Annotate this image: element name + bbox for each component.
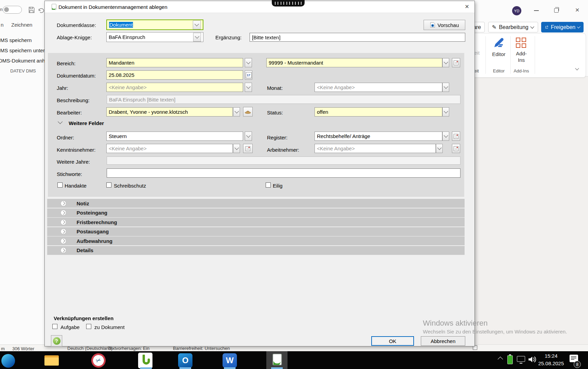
handakte-checkbox[interactable] <box>57 182 63 188</box>
ok-button[interactable]: OK <box>371 336 414 346</box>
arbeitnehmer-list-button[interactable] <box>452 144 460 153</box>
monat-combo[interactable]: <Keine Angabe> <box>315 83 442 92</box>
help-button[interactable]: ? <box>51 335 62 346</box>
clock-time[interactable]: 15:24 <box>537 353 565 359</box>
weitere-felder-heading[interactable]: Weitere Felder <box>69 120 104 126</box>
network-icon[interactable] <box>517 356 525 362</box>
dokumentdatum-calendar-button[interactable]: 17 <box>245 70 252 80</box>
minimize-icon[interactable] <box>534 10 539 11</box>
editor-label[interactable]: Editor <box>490 51 508 57</box>
ribbon-tab-partial[interactable]: n <box>1 22 3 28</box>
register-combo[interactable]: Rechtsbehelfe/ Anträge <box>315 132 442 141</box>
chevron-down-icon <box>530 25 534 28</box>
bereich-value: Mandanten <box>109 60 134 66</box>
status-dropdown-button[interactable] <box>442 107 449 117</box>
arbeitnehmer-combo[interactable]: <Keine Angabe> <box>315 144 436 153</box>
expand-chevron-icon[interactable] <box>61 210 66 216</box>
dropdown-chevron-icon[interactable] <box>193 20 201 29</box>
section-notiz[interactable]: Notiz <box>47 199 465 208</box>
menu-dms-speichern-unter[interactable]: DMS speichern unter <box>0 47 45 53</box>
bereich-combo[interactable]: Mandanten <box>106 58 243 67</box>
stichworte-input[interactable] <box>107 168 460 178</box>
status-accessibility[interactable]: Barrierefreiheit: Untersuchen <box>173 346 230 351</box>
close-window-icon[interactable]: ✕ <box>575 7 579 13</box>
kenntnisnehmer-dropdown-button[interactable] <box>233 144 240 153</box>
arbeitnehmer-dropdown-button[interactable] <box>436 144 443 153</box>
expand-chevron-icon[interactable] <box>61 201 66 206</box>
expand-chevron-icon[interactable] <box>61 229 66 234</box>
ablage-knigge-combo[interactable]: BaFA Einspruch <box>106 32 203 42</box>
dokumentdatum-input[interactable]: 25.08.2025 <box>106 70 243 80</box>
addins-icon[interactable] <box>516 38 526 48</box>
status-label: Status: <box>267 110 283 115</box>
vorschau-button[interactable]: Vorschau <box>424 20 465 30</box>
edge-icon[interactable] <box>1 354 15 368</box>
status-combo[interactable]: offen <box>315 107 442 117</box>
dialog-title-bar[interactable]: Dokument in Dokumentenmanagement ablegen… <box>45 1 475 13</box>
status-text-predictions[interactable]: Textvorhersagen: Ein <box>108 346 149 351</box>
menu-dms-speichern[interactable]: DMS speichern <box>0 37 32 43</box>
battery-icon[interactable] <box>507 355 513 364</box>
section-posteingang[interactable]: Posteingang <box>47 208 465 217</box>
kenntnisnehmer-combo[interactable]: <Keine Angabe> <box>106 144 233 153</box>
aufgabe-checkbox[interactable] <box>52 324 57 329</box>
addins-label-line2[interactable]: Ins <box>512 57 531 63</box>
register-dropdown-button[interactable] <box>442 132 449 141</box>
ergaenzung-input[interactable]: [Bitte texten] <box>250 33 465 42</box>
ordner-dropdown-button[interactable] <box>245 132 252 141</box>
undo-icon[interactable] <box>38 8 44 13</box>
avatar-initials: YD <box>514 9 519 13</box>
jahr-combo[interactable]: <Keine Angabe> <box>106 83 243 92</box>
section-postausgang[interactable]: Postausgang <box>47 227 465 236</box>
tray-overflow-chevron-icon[interactable] <box>498 357 503 362</box>
monat-dropdown-button[interactable] <box>442 83 449 92</box>
bearbeitung-button[interactable]: ✎ Bearbeitung <box>488 22 538 32</box>
outlook-icon[interactable]: O <box>178 353 192 368</box>
clock-date[interactable]: 25.08.2025 <box>534 360 568 366</box>
ribbon-separator <box>535 36 535 74</box>
bearbeiter-dropdown-button[interactable] <box>233 107 240 117</box>
expand-chevron-icon[interactable] <box>61 247 66 253</box>
schreibschutz-checkbox[interactable] <box>106 182 111 188</box>
jahr-dropdown-button[interactable] <box>245 83 252 92</box>
dokumentklasse-value: Dokument <box>109 22 133 28</box>
dms-document-icon <box>51 4 57 10</box>
addins-label-line1[interactable]: Add- <box>512 51 531 56</box>
dropdown-chevron-icon[interactable] <box>193 33 201 42</box>
word-count[interactable]: 306 Wörter <box>12 346 34 351</box>
status-language[interactable]: Deutsch (Deutschland) <box>67 346 112 351</box>
bereich-dropdown-button[interactable] <box>245 58 252 67</box>
freigeben-button[interactable]: Freigeben <box>541 22 584 32</box>
autosave-toggle[interactable] <box>3 6 22 14</box>
register-list-button[interactable] <box>452 132 460 141</box>
restore-icon[interactable] <box>554 8 559 13</box>
zu-dokument-checkbox[interactable] <box>86 324 91 329</box>
section-aufbewahrung[interactable]: Aufbewahrung <box>47 236 465 245</box>
datev-arbeitsplatz-icon[interactable] <box>138 353 152 368</box>
menu-dms-dokument-anhaengen[interactable]: DMS-Dokument anh <box>0 58 45 64</box>
expand-chevron-icon[interactable] <box>61 219 66 225</box>
bearbeiter-hat-button[interactable] <box>243 107 253 117</box>
abbrechen-button[interactable]: Abbrechen <box>421 336 465 346</box>
mandant-list-button[interactable] <box>452 58 460 67</box>
account-avatar[interactable]: YD <box>512 6 521 15</box>
kenntnisnehmer-list-button[interactable] <box>243 144 253 153</box>
dialog-close-icon[interactable]: ✕ <box>463 3 471 10</box>
eilig-checkbox[interactable] <box>266 182 271 188</box>
jahr-value: <Keine Angabe> <box>109 84 147 90</box>
collapse-ribbon-chevron-icon[interactable] <box>575 66 579 70</box>
section-details[interactable]: Details <box>47 246 465 255</box>
save-icon[interactable] <box>28 6 35 13</box>
ordner-combo[interactable]: Steuern <box>106 132 243 141</box>
dms-active-app-tile[interactable] <box>266 351 288 369</box>
dokumentklasse-combo[interactable]: Dokument <box>106 19 203 30</box>
word-icon[interactable]: W <box>223 353 237 368</box>
editor-icon[interactable] <box>492 37 505 49</box>
expand-chevron-icon[interactable] <box>61 238 66 244</box>
mandant-combo[interactable]: 99999 - Mustermandant <box>266 58 442 67</box>
ribbon-tab-zeichnen[interactable]: Zeichnen <box>11 22 32 28</box>
section-fristberechnung[interactable]: Fristberechnung <box>47 218 465 227</box>
bearbeiter-combo[interactable]: Drabent, Yvonne - yvonne.klotzsch <box>106 107 233 117</box>
snipping-tool-icon[interactable]: ✂ <box>89 351 108 369</box>
mandant-dropdown-button[interactable] <box>442 58 449 67</box>
